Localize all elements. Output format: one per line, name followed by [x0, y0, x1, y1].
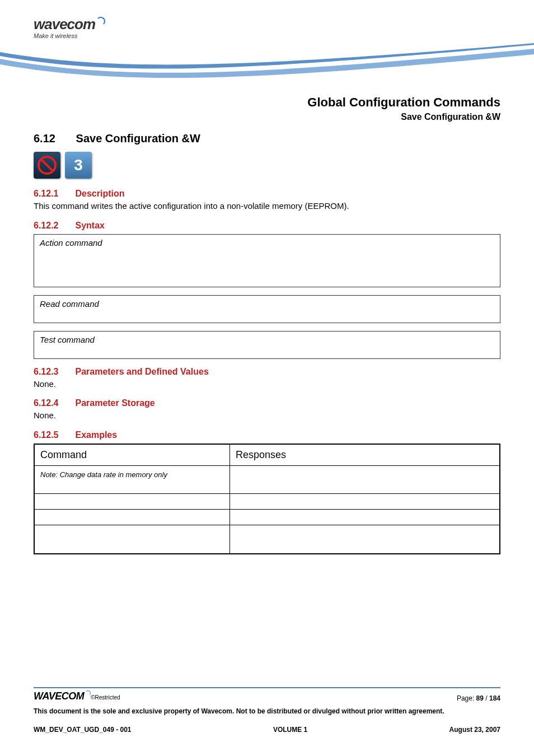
page-header-right: Global Configuration Commands Save Confi… — [34, 95, 500, 122]
description-text: This command writes the active configura… — [34, 200, 500, 213]
section-title: Save Configuration &W — [76, 132, 200, 144]
cell-empty — [229, 509, 500, 525]
page-footer: WAVECOM©Restricted Page: 89 / 184 This d… — [34, 687, 500, 734]
brand-logo: wavecom Make it wireless — [34, 17, 134, 39]
storage-text: None. — [34, 409, 500, 422]
volume: VOLUME 1 — [273, 726, 307, 734]
dice-three-icon: 3 — [65, 152, 92, 179]
chapter-title: Global Configuration Commands — [34, 95, 500, 110]
header-banner: wavecom Make it wireless — [34, 17, 500, 84]
cell-empty — [229, 493, 500, 509]
subsection-description: 6.12.1 Description — [34, 189, 500, 199]
subsection-syntax: 6.12.2 Syntax — [34, 221, 500, 231]
test-command-box: Test command — [34, 331, 500, 359]
section-icons: 3 — [34, 152, 500, 179]
action-command-box: Action command — [34, 234, 500, 287]
footer-restricted: ©Restricted — [91, 694, 120, 701]
examples-table: Command Responses Note: Change data rate… — [34, 444, 500, 555]
cell-note: Note: Change data rate in memory only — [34, 465, 229, 493]
section-number: 6.12 — [34, 132, 73, 145]
test-command-label: Test command — [40, 335, 494, 344]
swirl-icon — [96, 17, 105, 26]
page-number: Page: 89 / 184 — [457, 694, 500, 702]
brand-tagline: Make it wireless — [34, 32, 134, 39]
table-row — [34, 509, 500, 525]
swirl-icon — [85, 690, 91, 696]
col-responses: Responses — [229, 444, 500, 466]
cell-empty — [34, 525, 229, 554]
doc-id: WM_DEV_OAT_UGD_049 - 001 — [34, 726, 132, 734]
footer-disclaimer: This document is the sole and exclusive … — [34, 707, 500, 716]
table-header-row: Command Responses — [34, 444, 500, 466]
chapter-subtitle: Save Configuration &W — [34, 112, 500, 122]
parameters-text: None. — [34, 378, 500, 391]
cell-empty — [34, 493, 229, 509]
header-swoosh — [0, 42, 534, 81]
action-command-label: Action command — [40, 238, 494, 248]
doc-date: August 23, 2007 — [449, 726, 500, 734]
subsection-storage: 6.12.4 Parameter Storage — [34, 398, 500, 408]
subsection-parameters: 6.12.3 Parameters and Defined Values — [34, 367, 500, 377]
cell-empty — [229, 525, 500, 554]
col-command: Command — [34, 444, 229, 466]
section-heading: 6.12 Save Configuration &W — [34, 132, 500, 145]
table-row — [34, 525, 500, 554]
brand-name: wavecom — [34, 16, 95, 32]
read-command-label: Read command — [40, 299, 494, 309]
cell-empty — [34, 509, 229, 525]
table-row — [34, 493, 500, 509]
cell-empty — [229, 465, 500, 493]
forbidden-icon — [34, 152, 60, 179]
subsection-examples: 6.12.5 Examples — [34, 430, 500, 440]
table-row: Note: Change data rate in memory only — [34, 465, 500, 493]
read-command-box: Read command — [34, 295, 500, 323]
footer-logo: WAVECOM — [34, 690, 84, 702]
